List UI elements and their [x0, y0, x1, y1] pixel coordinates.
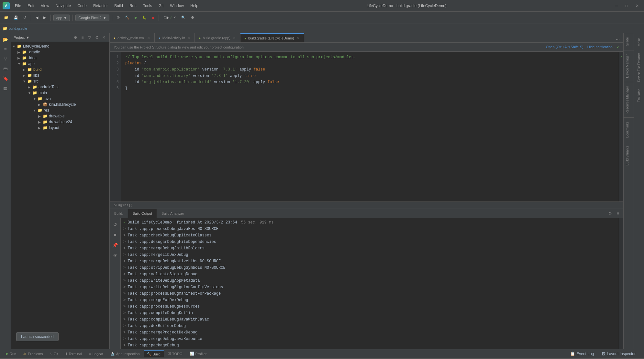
- build-rerun-icon[interactable]: ↺: [111, 221, 119, 228]
- build-pin-icon[interactable]: 📌: [111, 241, 119, 249]
- sidebar-project-icon[interactable]: 📂: [2, 36, 9, 43]
- app-dropdown[interactable]: app ▼: [53, 15, 70, 21]
- open-project-structure-link[interactable]: Open (Ctrl+Alt+Shift+S): [546, 45, 583, 49]
- tree-item-src[interactable]: ▼ 📁 src: [11, 78, 109, 84]
- menu-navigate[interactable]: Navigate: [53, 2, 73, 9]
- settings-button[interactable]: ⚙: [189, 15, 196, 21]
- sidebar-structure-icon[interactable]: ≡: [2, 45, 9, 53]
- tab-mainactivity-kt[interactable]: ● MainActivity.kt ✕: [155, 33, 195, 42]
- sync-button[interactable]: ⟳: [115, 15, 122, 21]
- menu-edit[interactable]: Edit: [25, 2, 37, 9]
- sidebar-pullrequest-icon[interactable]: ⑂: [2, 55, 9, 63]
- tab-recent-icon[interactable]: ⋯: [615, 37, 621, 42]
- open-file-button[interactable]: 📁: [2, 15, 10, 21]
- bottom-tab-run[interactable]: ▶ Run: [3, 350, 19, 357]
- bottom-tab-app-inspection[interactable]: 🔬 App Inspection: [107, 350, 143, 357]
- emulator-label[interactable]: Emulator: [636, 87, 642, 105]
- build-variants-panel-tab[interactable]: Build Variants: [624, 142, 634, 169]
- bottom-tab-profiler[interactable]: 📊 Profiler: [186, 350, 210, 357]
- bottom-tab-problems[interactable]: ⚠ Problems: [20, 350, 46, 357]
- build-stop-icon[interactable]: ■: [111, 231, 119, 239]
- bottom-tab-git[interactable]: ⑂ Git: [47, 351, 61, 357]
- build-settings-icon[interactable]: ⚙: [607, 211, 613, 216]
- menu-help[interactable]: Help: [188, 2, 201, 9]
- hide-notification-link[interactable]: Hide notification: [587, 45, 613, 49]
- git-status-button[interactable]: Git: ✓ ✓: [161, 15, 178, 21]
- tree-item-drawable-v24[interactable]: ▶ 📁 drawable-v24: [11, 119, 109, 125]
- build-filter-icon[interactable]: ≡: [615, 211, 621, 216]
- menu-run[interactable]: Run: [127, 2, 139, 9]
- tab-buildgradle-lifecycle[interactable]: ● build.gradle (LifeCycleDemo) ✕: [240, 33, 304, 42]
- menu-code[interactable]: Code: [75, 2, 89, 9]
- search-everywhere-button[interactable]: 🔍: [179, 15, 188, 21]
- menu-window[interactable]: Window: [167, 2, 186, 9]
- build-output-tab[interactable]: Build Output: [128, 209, 157, 218]
- refresh-button[interactable]: ↺: [21, 15, 28, 21]
- bottom-tab-build[interactable]: 🔨 Build: [144, 350, 164, 357]
- tab-activity-close[interactable]: ✕: [147, 36, 150, 40]
- sidebar-bookmark-icon[interactable]: 🔖: [2, 74, 9, 82]
- tree-item-layout[interactable]: ▶ 📁 layout: [11, 125, 109, 131]
- panel-settings-icon[interactable]: ⚙: [72, 35, 78, 40]
- layout-inspector-button[interactable]: 🖼 Layout Inspector: [600, 351, 638, 357]
- tree-item-package[interactable]: ▶ 📦 kim.hsl.lifecycle: [11, 102, 109, 107]
- tab-mainactivity-close[interactable]: ✕: [187, 36, 191, 40]
- tree-item-libs[interactable]: ▶ 📁 libs: [11, 72, 109, 78]
- bottom-tab-todo[interactable]: ☑ TODO: [164, 350, 186, 357]
- tree-item-build[interactable]: ▶ 📁 build: [11, 67, 109, 72]
- forward-button[interactable]: ▶: [41, 15, 48, 21]
- tree-root[interactable]: ▼ 📁 LifeCycleDemo: [11, 43, 109, 49]
- menu-file[interactable]: File: [12, 2, 24, 9]
- event-log-button[interactable]: 📋 Event Log: [568, 351, 596, 357]
- code-content[interactable]: // Top-level build file where you can ad…: [121, 52, 619, 201]
- run-button[interactable]: ▶: [133, 15, 139, 21]
- make-panel-label[interactable]: make: [636, 36, 642, 49]
- save-button[interactable]: 💾: [12, 15, 20, 21]
- panel-close-icon[interactable]: ✕: [101, 35, 107, 40]
- menu-refactor[interactable]: Refactor: [91, 2, 110, 9]
- tree-item-gradle-root[interactable]: ▶ 📁 .gradle: [11, 49, 109, 55]
- menu-git[interactable]: Git: [156, 2, 166, 9]
- build-button[interactable]: 🔨: [123, 15, 131, 21]
- panel-filter-icon[interactable]: ▽: [87, 35, 93, 40]
- sidebar-resource-icon[interactable]: 🗃: [2, 65, 9, 72]
- tree-item-main[interactable]: ▼ 📁 main: [11, 90, 109, 96]
- close-button[interactable]: ✕: [633, 4, 641, 8]
- debug-button[interactable]: 🐛: [140, 15, 149, 21]
- code-editor[interactable]: 1 2 3 4 5 6 // Top-level build file wher…: [110, 52, 623, 201]
- device-manager-panel-tab[interactable]: Device Manager: [624, 50, 634, 82]
- tree-item-app[interactable]: ▼ 📁 app: [11, 61, 109, 67]
- tab-buildgradle-app[interactable]: ● build.gradle (app) ✕: [195, 33, 240, 42]
- build-eye-icon[interactable]: 👁: [111, 252, 119, 259]
- sidebar-build-variants-icon[interactable]: ▦: [2, 84, 9, 92]
- bottom-tab-terminal[interactable]: ▮ Terminal: [62, 350, 85, 357]
- build-scrollbar[interactable]: [619, 218, 623, 349]
- menu-view[interactable]: View: [38, 2, 52, 9]
- menu-build[interactable]: Build: [112, 2, 126, 9]
- minimize-button[interactable]: ─: [612, 4, 620, 8]
- maximize-button[interactable]: □: [623, 4, 630, 8]
- project-dropdown-arrow[interactable]: ▼: [26, 36, 29, 39]
- build-analyzer-tab[interactable]: Build Analyzer: [157, 209, 189, 218]
- build-tab-label[interactable]: Build:: [110, 209, 128, 218]
- device-file-explorer-label[interactable]: Device File Explorer: [636, 50, 642, 84]
- panel-sort-icon[interactable]: ≡: [80, 35, 85, 40]
- project-breadcrumb[interactable]: build.gradle: [9, 27, 27, 30]
- tree-item-androidtest[interactable]: ▶ 📁 androidTest: [11, 84, 109, 90]
- resource-manager-panel-tab[interactable]: Resource Manager: [624, 82, 634, 117]
- tree-item-res[interactable]: ▼ 📁 res: [11, 107, 109, 113]
- stop-button[interactable]: ■: [150, 15, 156, 21]
- tab-buildgradle-lifecycle-close[interactable]: ✕: [296, 36, 300, 40]
- bottom-tab-logcat[interactable]: ≡ Logcat: [86, 351, 106, 357]
- device-dropdown[interactable]: Google Pixel 2 ▼: [75, 15, 109, 21]
- grade-panel-tab[interactable]: Grade: [624, 33, 634, 50]
- tree-item-java[interactable]: ▼ 📁 java: [11, 96, 109, 102]
- menu-tools[interactable]: Tools: [140, 2, 155, 9]
- tree-item-idea[interactable]: ▶ 📁 .idea: [11, 55, 109, 61]
- back-button[interactable]: ◀: [34, 15, 40, 21]
- tab-buildgradle-app-close[interactable]: ✕: [232, 36, 236, 40]
- bookmarks-panel-tab[interactable]: Bookmarks: [624, 117, 634, 142]
- tree-item-drawable[interactable]: ▶ 📁 drawable: [11, 113, 109, 119]
- panel-gear-icon[interactable]: ⚙: [94, 35, 100, 40]
- tab-activity-main-xml[interactable]: ● activity_main.xml ✕: [110, 33, 155, 42]
